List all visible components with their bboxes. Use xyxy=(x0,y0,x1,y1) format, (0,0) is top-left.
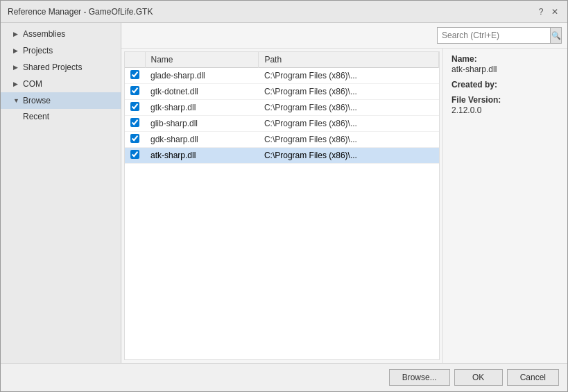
table-row: gtk-sharp.dllC:\Program Files (x86)\... xyxy=(125,100,439,116)
sidebar-item-assemblies[interactable]: ▶ Assemblies xyxy=(1,26,121,42)
sidebar-item-label: COM xyxy=(23,79,42,89)
col-header-path: Path xyxy=(259,52,439,68)
cancel-button[interactable]: Cancel xyxy=(507,369,559,386)
file-checkbox[interactable] xyxy=(130,70,139,79)
table-cell-path: C:\Program Files (x86)\... xyxy=(259,68,439,84)
col-header-name: Name xyxy=(145,52,259,68)
sidebar-item-browse[interactable]: ▼ Browse xyxy=(1,92,121,109)
table-cell-path: C:\Program Files (x86)\... xyxy=(259,116,439,132)
file-list: Name Path glade-sharp.dllC:\Program File… xyxy=(124,51,440,360)
search-input[interactable] xyxy=(438,29,550,42)
content-area: Name Path glade-sharp.dllC:\Program File… xyxy=(121,49,567,363)
sidebar-item-label: Projects xyxy=(23,46,53,56)
title-bar-controls: ? ✕ xyxy=(535,6,560,17)
chevron-right-icon: ▶ xyxy=(13,31,20,37)
table-cell-name: glib-sharp.dll xyxy=(145,116,259,132)
sidebar: ▶ Assemblies ▶ Projects ▶ Shared Project… xyxy=(1,23,121,363)
footer: Browse... OK Cancel xyxy=(1,363,567,391)
table-row: glade-sharp.dllC:\Program Files (x86)\..… xyxy=(125,68,439,84)
table-cell-checkbox xyxy=(125,116,145,132)
table-row: glib-sharp.dllC:\Program Files (x86)\... xyxy=(125,116,439,132)
file-table: Name Path glade-sharp.dllC:\Program File… xyxy=(125,52,439,164)
table-cell-name: gtk-dotnet.dll xyxy=(145,84,259,100)
table-cell-path: C:\Program Files (x86)\... xyxy=(259,100,439,116)
sidebar-item-label: Assemblies xyxy=(23,29,65,39)
detail-panel: Name: atk-sharp.dll Created by: File Ver… xyxy=(442,49,567,363)
detail-file-version-label: File Version: xyxy=(451,95,559,105)
table-header-row: Name Path xyxy=(125,52,439,68)
close-button[interactable]: ✕ xyxy=(549,6,560,17)
dialog-title: Reference Manager - GameOfLife.GTK xyxy=(8,7,153,17)
table-cell-checkbox xyxy=(125,68,145,84)
table-cell-path: C:\Program Files (x86)\... xyxy=(259,148,439,164)
dialog: Reference Manager - GameOfLife.GTK ? ✕ ▶… xyxy=(0,0,568,392)
chevron-right-icon: ▶ xyxy=(13,80,20,87)
detail-file-version-value: 2.12.0.0 xyxy=(451,105,559,115)
ok-button[interactable]: OK xyxy=(454,369,503,386)
table-cell-checkbox xyxy=(125,132,145,148)
chevron-right-icon: ▶ xyxy=(13,47,20,54)
title-bar: Reference Manager - GameOfLife.GTK ? ✕ xyxy=(1,1,567,23)
sidebar-sub-item-label: Recent xyxy=(23,112,49,121)
sidebar-item-label: Shared Projects xyxy=(23,62,82,72)
table-cell-path: C:\Program Files (x86)\... xyxy=(259,132,439,148)
sidebar-item-shared-projects[interactable]: ▶ Shared Projects xyxy=(1,59,121,76)
detail-name-label: Name: xyxy=(451,54,559,64)
detail-name-value: atk-sharp.dll xyxy=(451,65,559,74)
chevron-down-icon: ▼ xyxy=(13,97,20,104)
help-button[interactable]: ? xyxy=(535,6,547,17)
table-row: gtk-dotnet.dllC:\Program Files (x86)\... xyxy=(125,84,439,100)
sidebar-item-projects[interactable]: ▶ Projects xyxy=(1,42,121,59)
file-checkbox[interactable] xyxy=(130,150,139,159)
table-cell-name: gdk-sharp.dll xyxy=(145,132,259,148)
sidebar-item-label: Browse xyxy=(23,96,51,105)
file-checkbox[interactable] xyxy=(130,86,139,95)
file-checkbox[interactable] xyxy=(130,102,139,111)
chevron-right-icon: ▶ xyxy=(13,64,20,71)
table-row: gdk-sharp.dllC:\Program Files (x86)\... xyxy=(125,132,439,148)
detail-created-by-label: Created by: xyxy=(451,80,559,90)
table-cell-checkbox xyxy=(125,148,145,164)
table-cell-name: atk-sharp.dll xyxy=(145,148,259,164)
file-checkbox[interactable] xyxy=(130,134,139,143)
table-cell-path: C:\Program Files (x86)\... xyxy=(259,84,439,100)
sidebar-sub-item-recent[interactable]: Recent xyxy=(1,109,121,124)
table-row: atk-sharp.dllC:\Program Files (x86)\... xyxy=(125,148,439,164)
table-cell-checkbox xyxy=(125,100,145,116)
search-button[interactable]: 🔍 xyxy=(550,28,561,43)
main-content: 🔍 Name Path xyxy=(121,23,567,363)
sidebar-item-com[interactable]: ▶ COM xyxy=(1,76,121,92)
dialog-body: ▶ Assemblies ▶ Projects ▶ Shared Project… xyxy=(1,23,567,363)
browse-button[interactable]: Browse... xyxy=(389,369,450,386)
table-cell-checkbox xyxy=(125,84,145,100)
file-checkbox[interactable] xyxy=(130,118,139,127)
search-box: 🔍 xyxy=(437,27,562,44)
col-header-checkbox xyxy=(125,52,145,68)
table-cell-name: glade-sharp.dll xyxy=(145,68,259,84)
table-cell-name: gtk-sharp.dll xyxy=(145,100,259,116)
search-bar: 🔍 xyxy=(121,23,567,49)
